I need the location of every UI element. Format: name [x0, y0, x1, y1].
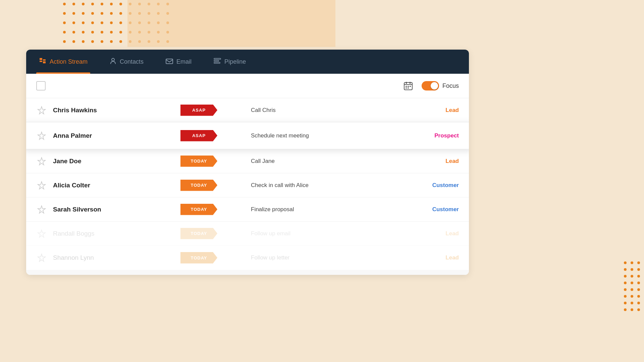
badge-container-jane: TODAY [180, 156, 248, 167]
action-text-shannon: Follow up letter [248, 254, 412, 261]
action-list: Chris Hawkins ASAP Call Chris Lead Anna … [26, 98, 469, 270]
svg-rect-10 [406, 82, 407, 84]
contact-type-alicia: Customer [412, 182, 459, 189]
list-item-elevated[interactable]: Anna Palmer ASAP Schedule next meeting P… [26, 122, 469, 149]
contact-type-shannon: Lead [412, 254, 459, 261]
contact-type-jane: Lead [412, 158, 459, 165]
badge-today-sarah: TODAY [180, 204, 217, 215]
svg-rect-11 [410, 82, 411, 84]
email-icon [166, 58, 173, 66]
action-stream-icon [39, 57, 46, 66]
contact-name-anna: Anna Palmer [53, 132, 180, 139]
nav-bar: Action Stream Contacts Email [26, 50, 469, 74]
badge-today-shannon: TODAY [180, 252, 217, 263]
star-icon-alicia[interactable] [36, 180, 47, 191]
svg-rect-1 [40, 61, 42, 62]
contact-name-sarah: Sarah Silverson [53, 206, 180, 213]
focus-toggle[interactable] [422, 81, 439, 90]
badge-container-sarah: TODAY [180, 204, 248, 215]
contact-type-anna: Prospect [412, 132, 459, 139]
contact-name-shannon: Shannon Lynn [53, 254, 180, 261]
calendar-button[interactable] [401, 79, 415, 93]
list-item[interactable]: Chris Hawkins ASAP Call Chris Lead [26, 98, 469, 122]
nav-email[interactable]: Email [163, 50, 194, 74]
toolbar-right: Focus [401, 79, 459, 93]
action-text-jane: Call Jane [248, 158, 412, 165]
toggle-knob [431, 82, 438, 89]
nav-action-stream[interactable]: Action Stream [36, 50, 90, 74]
main-panel: Action Stream Contacts Email [26, 50, 469, 275]
svg-rect-14 [410, 86, 411, 87]
list-item[interactable]: Sarah Silverson TODAY Finalize proposal … [26, 197, 469, 222]
list-item[interactable]: Jane Doe TODAY Call Jane Lead [26, 149, 469, 173]
badge-container-anna: ASAP [180, 130, 248, 141]
focus-label: Focus [442, 82, 459, 89]
svg-rect-12 [406, 86, 407, 87]
svg-rect-13 [408, 86, 409, 87]
badge-asap-anna: ASAP [180, 130, 217, 141]
star-icon-randall[interactable] [36, 228, 47, 239]
svg-rect-16 [408, 87, 409, 88]
star-icon-shannon[interactable] [36, 252, 47, 263]
focus-toggle-container: Focus [422, 81, 459, 90]
svg-rect-3 [43, 61, 46, 63]
contact-name-chris: Chris Hawkins [53, 107, 180, 114]
contact-type-sarah: Customer [412, 206, 459, 213]
badge-today-jane: TODAY [180, 156, 217, 167]
contact-name-jane: Jane Doe [53, 158, 180, 165]
star-icon-anna[interactable] [36, 130, 47, 141]
action-text-randall: Follow up email [248, 230, 412, 237]
action-text-anna: Schedule next meeting [248, 132, 412, 139]
action-text-chris: Call Chris [248, 107, 412, 114]
list-item[interactable]: Alicia Colter TODAY Check in call with A… [26, 173, 469, 197]
list-item-partial[interactable]: Shannon Lynn TODAY Follow up letter Lead [26, 246, 469, 270]
nav-contacts[interactable]: Contacts [107, 50, 146, 74]
action-text-alicia: Check in call with Alice [248, 182, 412, 189]
nav-pipeline[interactable]: Pipeline [211, 50, 249, 74]
select-all-checkbox[interactable] [36, 81, 46, 90]
svg-rect-2 [43, 59, 46, 61]
content-area: Focus Chris Hawkins ASAP Call Chris Lead [26, 74, 469, 275]
contact-name-randall: Randall Boggs [53, 230, 180, 237]
badge-container-shannon: TODAY [180, 252, 248, 263]
orange-background-decoration [127, 0, 335, 47]
svg-rect-7 [214, 60, 219, 61]
svg-rect-6 [214, 58, 221, 59]
badge-container-chris: ASAP [180, 105, 248, 116]
svg-rect-15 [406, 87, 407, 88]
svg-rect-8 [214, 62, 220, 63]
badge-container-alicia: TODAY [180, 180, 248, 191]
badge-container-randall: TODAY [180, 228, 248, 239]
star-icon-chris[interactable] [36, 105, 47, 116]
star-icon-jane[interactable] [36, 156, 47, 167]
dot-pattern-right [624, 261, 644, 328]
nav-action-stream-label: Action Stream [50, 58, 88, 65]
svg-point-4 [112, 58, 114, 61]
person-icon [110, 58, 116, 66]
action-text-sarah: Finalize proposal [248, 206, 412, 213]
contact-name-alicia: Alicia Colter [53, 182, 180, 189]
nav-email-label: Email [176, 58, 192, 65]
nav-pipeline-label: Pipeline [224, 58, 246, 65]
toolbar-row: Focus [26, 74, 469, 98]
list-item-faded[interactable]: Randall Boggs TODAY Follow up email Lead [26, 222, 469, 246]
contact-type-randall: Lead [412, 230, 459, 237]
nav-contacts-label: Contacts [120, 58, 144, 65]
contact-type-chris: Lead [412, 107, 459, 114]
star-icon-sarah[interactable] [36, 204, 47, 215]
badge-today-randall: TODAY [180, 228, 217, 239]
badge-asap-chris: ASAP [180, 105, 217, 116]
pipeline-icon [214, 58, 221, 66]
svg-rect-5 [166, 59, 173, 64]
badge-today-alicia: TODAY [180, 180, 217, 191]
svg-rect-0 [40, 58, 42, 60]
